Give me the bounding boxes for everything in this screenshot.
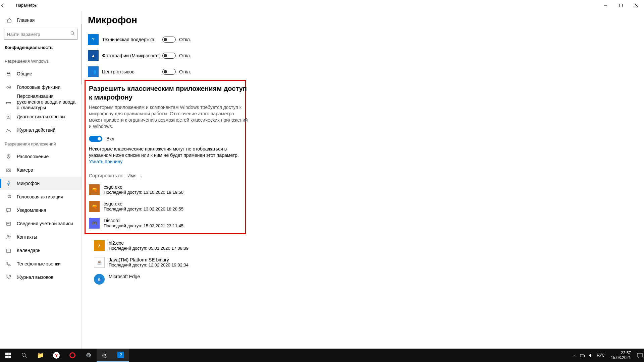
home-label: Главная xyxy=(17,17,35,23)
taskbar-search[interactable] xyxy=(16,349,32,362)
help-icon: ? xyxy=(117,352,124,358)
taskbar-settings[interactable] xyxy=(97,349,113,362)
sidebar-item-mic[interactable]: Микрофон xyxy=(0,177,82,190)
svg-rect-30 xyxy=(580,354,584,357)
tray-network-icon[interactable] xyxy=(580,353,585,358)
app-toggle-label: Откл. xyxy=(179,69,191,74)
app-toggle[interactable] xyxy=(162,53,176,59)
minimize-icon xyxy=(604,4,607,7)
sidebar-item-label: Телефонные звонки xyxy=(17,261,61,266)
svg-line-27 xyxy=(25,356,27,358)
sidebar-item-notif[interactable]: Уведомления xyxy=(0,203,82,217)
sidebar-item-ink[interactable]: Персонализация рукописного ввода и ввода… xyxy=(0,94,82,110)
svg-rect-25 xyxy=(8,356,11,358)
sidebar-item-journal[interactable]: Журнал действий xyxy=(0,123,82,137)
app-name: csgo.exe xyxy=(104,184,183,190)
app-icon: 👥 xyxy=(88,66,99,77)
tray-date: 15.03.2021 xyxy=(611,355,631,360)
close-button[interactable] xyxy=(629,0,644,11)
app-name: Java(TM) Platform SE binary xyxy=(109,257,189,262)
desktop-access-toggle[interactable] xyxy=(89,136,102,142)
svg-rect-11 xyxy=(8,195,9,197)
sidebar: Главная Конфиденциальность Разрешения Wi… xyxy=(0,11,82,349)
sidebar-item-phone[interactable]: Телефонные звонки xyxy=(0,257,82,270)
tray-action-center[interactable] xyxy=(637,353,643,358)
app-last-access: Последний доступ: 05.01.2020 17:08:39 xyxy=(109,246,189,251)
svg-point-7 xyxy=(8,155,9,157)
search-input[interactable] xyxy=(4,29,77,40)
home-link[interactable]: Главная xyxy=(0,13,82,27)
sidebar-item-location[interactable]: Расположение xyxy=(0,150,82,163)
highlight-box: Разрешить классическим приложениям досту… xyxy=(85,80,246,234)
desktop-section-body: Некоторым приложениям и компонентам Wind… xyxy=(89,104,248,130)
start-button[interactable] xyxy=(0,349,16,362)
svg-rect-19 xyxy=(6,249,10,252)
sidebar-item-label: Уведомления xyxy=(17,207,46,213)
calllog-icon xyxy=(5,275,11,280)
taskbar: 📁 Y ❂ ? ︿ РУС 23:57 15.03.2021 xyxy=(0,349,644,362)
tray-language[interactable]: РУС xyxy=(597,353,605,358)
tray-clock[interactable]: 23:57 15.03.2021 xyxy=(608,351,634,360)
app-last-access: Последний доступ: 13.10.2020 19:19:50 xyxy=(104,190,183,195)
app-name: Discord xyxy=(104,218,183,223)
svg-point-29 xyxy=(102,353,107,357)
desktop-toggle-label: Вкл. xyxy=(106,136,116,141)
sidebar-item-contacts[interactable]: Контакты xyxy=(0,230,82,244)
app-icon: 🔫 xyxy=(89,201,100,212)
app-toggle[interactable] xyxy=(162,69,176,75)
app-name: Фотографии (Майкрософт) xyxy=(102,53,162,58)
taskbar-explorer[interactable]: 📁 xyxy=(32,349,48,362)
sidebar-item-label: Общие xyxy=(17,71,32,76)
learn-why-link[interactable]: Узнать причину xyxy=(89,159,122,164)
sidebar-item-camera[interactable]: Камера xyxy=(0,163,82,177)
svg-point-26 xyxy=(22,353,25,357)
sort-label: Сортировать по: xyxy=(89,173,125,178)
search-icon xyxy=(21,353,27,358)
sidebar-item-voice[interactable]: Голосовые функции xyxy=(0,80,82,94)
phone-icon xyxy=(5,261,11,266)
location-icon xyxy=(5,154,11,159)
sidebar-item-label: Камера xyxy=(17,167,33,173)
minimize-button[interactable] xyxy=(598,0,613,11)
sidebar-item-label: Голосовые функции xyxy=(17,84,60,90)
mic-icon xyxy=(5,181,11,186)
home-icon xyxy=(6,18,12,23)
app-toggle[interactable] xyxy=(162,37,176,43)
close-icon xyxy=(635,4,638,7)
sidebar-item-label: Журнал вызовов xyxy=(17,275,53,280)
tray-chevron-icon[interactable]: ︿ xyxy=(573,353,577,358)
opera-icon xyxy=(69,352,75,358)
sort-dropdown[interactable]: Сортировать по: Имя ⌄ xyxy=(89,173,248,178)
section-title: Конфиденциальность xyxy=(0,43,82,54)
steam-icon: ❂ xyxy=(86,352,91,359)
sidebar-item-label: Голосовая активация xyxy=(17,194,63,199)
store-app-row: 👥Центр отзывовОткл. xyxy=(88,64,644,80)
sidebar-item-calllog[interactable]: Журнал вызовов xyxy=(0,270,82,284)
sidebar-item-label: Сведения учетной записи xyxy=(17,221,73,226)
svg-rect-22 xyxy=(5,353,8,355)
sidebar-item-diag[interactable]: Диагностика и отзывы xyxy=(0,110,82,123)
svg-point-5 xyxy=(6,86,8,88)
account-icon xyxy=(5,221,11,226)
app-icon: 🔫 xyxy=(89,184,100,195)
sidebar-item-account[interactable]: Сведения учетной записи xyxy=(0,217,82,230)
group-apps-label: Разрешения приложений xyxy=(0,137,82,150)
sidebar-item-label: Микрофон xyxy=(17,181,40,186)
taskbar-steam[interactable]: ❂ xyxy=(80,349,97,362)
back-button[interactable] xyxy=(0,3,16,8)
voiceact-icon xyxy=(5,194,11,199)
maximize-button[interactable] xyxy=(613,0,629,11)
sidebar-item-voiceact[interactable]: Голосовая активация xyxy=(0,190,82,203)
desktop-app-row: 🎮DiscordПоследний доступ: 15.03.2021 23:… xyxy=(89,218,248,229)
taskbar-opera[interactable] xyxy=(64,349,80,362)
system-tray[interactable]: ︿ РУС 23:57 15.03.2021 xyxy=(573,351,644,360)
sidebar-item-calendar[interactable]: Календарь xyxy=(0,244,82,257)
taskbar-yandex[interactable]: Y xyxy=(48,349,64,362)
app-icon: ☕ xyxy=(94,257,105,268)
sidebar-item-lock[interactable]: Общие xyxy=(0,67,82,80)
tray-volume-icon[interactable] xyxy=(588,353,593,358)
desktop-app-row: eMicrosoft Edge xyxy=(94,274,644,285)
taskbar-help[interactable]: ? xyxy=(113,349,129,362)
app-icon: ▲ xyxy=(88,50,99,61)
store-app-row: ▲Фотографии (Майкрософт)Откл. xyxy=(88,48,644,64)
